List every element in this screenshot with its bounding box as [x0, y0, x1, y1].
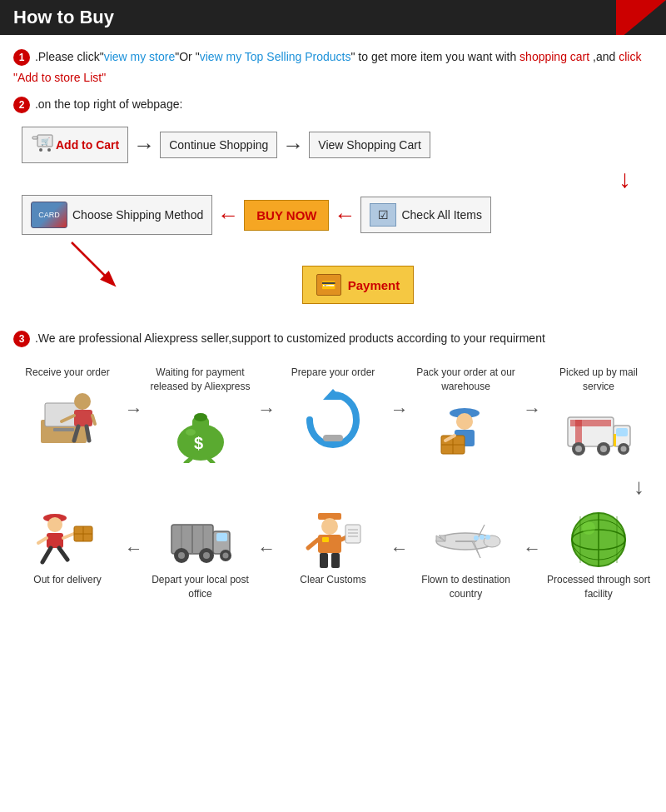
prepare-icon [296, 385, 370, 451]
svg-line-6 [72, 242, 113, 284]
process-item-payment: Waiting for payment released by Aliexpre… [147, 366, 255, 466]
link-top-selling: view my Top Selling Products [200, 50, 351, 63]
svg-point-86 [485, 535, 490, 540]
pickup-label: Picked up by mail service [544, 366, 653, 394]
flow-diagram: 🛒 Add to Cart → Continue Shopping → View… [13, 127, 653, 304]
svg-line-48 [59, 548, 67, 560]
step1-number: 1 [13, 49, 30, 66]
step3-content: .We are professional Aliexpress seller,s… [35, 331, 545, 345]
link-view-store: view my store [104, 50, 176, 63]
sort-label: Processed through sort facility [544, 573, 653, 601]
svg-point-38 [575, 446, 582, 452]
add-to-cart-button[interactable]: 🛒 Add to Cart [22, 127, 128, 163]
process-item-airplane: Flown to destination country [412, 506, 520, 606]
svg-rect-69 [322, 537, 329, 542]
choose-shipping-button[interactable]: CARD Choose Shipping Method [22, 195, 212, 235]
svg-point-2 [39, 148, 42, 152]
svg-point-18 [194, 413, 207, 421]
svg-rect-74 [345, 525, 360, 543]
arrow-right-1: → [133, 132, 155, 158]
svg-rect-1 [32, 137, 37, 139]
process-top-row: Receive your order [13, 366, 653, 466]
proc-arrow-4: → [523, 366, 541, 421]
continue-shopping-button[interactable]: Continue Shopping [160, 132, 277, 158]
header: How to Buy [0, 0, 666, 35]
payment-row: 💳 Payment [72, 266, 644, 304]
continue-shopping-label: Continue Shopping [169, 138, 268, 152]
svg-rect-68 [318, 535, 341, 553]
flow-row2: CARD Choose Shipping Method ← BUY NOW ← … [22, 195, 644, 235]
delivery-label: Out for delivery [33, 573, 101, 587]
down-arrow: ↓ [22, 165, 644, 193]
proc-arrow-3: → [390, 366, 409, 421]
step2-number: 2 [13, 97, 30, 113]
customs-label: Clear Customs [300, 573, 365, 587]
process-bottom-row: Out for delivery ← [13, 506, 653, 606]
svg-point-65 [223, 553, 229, 559]
page-title: How to Buy [13, 7, 114, 28]
diagonal-arrow-svg [63, 238, 130, 296]
airplane-label: Flown to destination country [412, 573, 520, 601]
check-all-label: Check All Items [401, 208, 481, 222]
process-item-pack: Pack your order at our warehouse [412, 366, 520, 466]
process-item-customs: Clear Customs [279, 506, 387, 592]
svg-text:🛒: 🛒 [41, 137, 51, 147]
shipping-card-icon: CARD [31, 202, 67, 228]
postoffice-icon [163, 506, 238, 573]
svg-point-85 [480, 535, 485, 540]
customs-icon [296, 506, 370, 573]
checklist-icon: ☑ [370, 203, 396, 227]
view-cart-label: View Shopping Cart [318, 138, 420, 152]
svg-point-40 [600, 446, 607, 452]
postoffice-label: Depart your local post office [147, 573, 255, 601]
content: 1 .Please click"view my store"Or "view m… [0, 35, 666, 625]
svg-line-47 [42, 548, 51, 562]
svg-line-13 [92, 416, 95, 424]
arrow-left-2: ← [334, 202, 355, 228]
proc-arrow-b3: ← [390, 506, 409, 560]
svg-rect-9 [53, 428, 74, 431]
svg-point-61 [178, 552, 185, 559]
delivery-icon [30, 506, 105, 573]
cart-icon: 🛒 [31, 133, 56, 157]
proc-arrow-1: → [125, 366, 143, 421]
svg-point-26 [456, 413, 473, 430]
sort-icon [561, 506, 636, 573]
svg-point-93 [582, 521, 595, 535]
process-item-postoffice: Depart your local post office [147, 506, 255, 606]
prepare-label: Prepare your order [291, 366, 375, 380]
step2-label: 2 .on the top right of webpage: [13, 97, 653, 113]
svg-line-22 [209, 459, 213, 463]
flow-row1: 🛒 Add to Cart → Continue Shopping → View… [22, 127, 644, 163]
receive-label: Receive your order [25, 366, 109, 380]
check-all-items-button[interactable]: ☑ Check All Items [360, 197, 490, 233]
payment-button[interactable]: 💳 Payment [302, 266, 415, 304]
svg-line-49 [38, 538, 47, 543]
buy-now-button[interactable]: BUY NOW [244, 200, 329, 231]
svg-rect-24 [323, 435, 343, 441]
svg-line-72 [308, 540, 318, 548]
airplane-icon [429, 506, 504, 573]
step3-text: 3 .We are professional Aliexpress seller… [13, 329, 653, 349]
arrow-left-1: ← [217, 202, 239, 228]
svg-text:$: $ [194, 434, 203, 452]
view-shopping-cart-button[interactable]: View Shopping Cart [309, 132, 430, 158]
payment-icon: 💳 [316, 274, 341, 296]
choose-shipping-label: Choose Shipping Method [72, 208, 203, 222]
step1-text: 1 .Please click"view my store"Or "view m… [13, 47, 653, 88]
payment-icon-proc: $ [163, 399, 238, 466]
process-down-arrow: ↓ [13, 474, 653, 500]
proc-arrow-b1: ← [125, 506, 143, 560]
proc-arrow-b2: ← [257, 506, 276, 560]
process-item-receive: Receive your order [13, 366, 122, 451]
svg-rect-43 [614, 434, 616, 446]
proc-arrow-2: → [257, 366, 276, 421]
svg-line-21 [186, 459, 191, 463]
svg-point-67 [321, 518, 338, 535]
svg-rect-70 [320, 553, 328, 568]
process-section: Receive your order [13, 357, 653, 614]
proc-arrow-b4: ← [523, 506, 541, 560]
process-item-pickup: Picked up by mail service [544, 366, 653, 466]
svg-point-3 [47, 148, 51, 152]
svg-rect-71 [331, 553, 340, 568]
